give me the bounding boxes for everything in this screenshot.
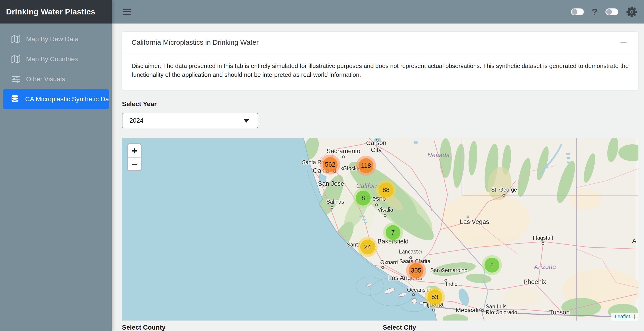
map-label-state-arizona: Arizona <box>534 263 556 270</box>
sidebar-item-other-visuals[interactable]: Other Visuals <box>0 69 112 89</box>
cluster-count: 2 <box>484 258 500 272</box>
map-label-visalia: Visalia <box>378 207 393 213</box>
cluster-count: 88 <box>378 182 394 198</box>
map-label-lancaster: Lancaster <box>399 249 422 255</box>
map-label-salinas: Salinas <box>326 199 344 205</box>
map-city-dot <box>444 279 447 282</box>
leaflet-attribution-link[interactable]: Leaflet <box>615 314 630 319</box>
map-label-san-luis-r-o-colorado: San Luis Río Colorado <box>486 304 517 316</box>
card-title: California Microplastics in Drinking Wat… <box>132 38 259 46</box>
cluster-count: 305 <box>408 263 424 278</box>
toggle-switch-2[interactable] <box>605 8 618 15</box>
map-city-dot <box>542 242 544 245</box>
map-cluster-marker-118[interactable]: 118 <box>356 156 376 176</box>
map-city-dot <box>481 309 484 312</box>
cluster-count: 8 <box>356 191 371 206</box>
map-label-phoenix: Phoenix <box>524 279 546 286</box>
map-label-carson-city: Carson City <box>366 140 386 154</box>
sidebar: Drinking Water Plastics Map By Raw DataM… <box>0 0 112 331</box>
main-content: California Microplastics in Drinking Wat… <box>112 24 644 331</box>
zoom-out-button[interactable]: − <box>128 157 141 170</box>
map-basemap <box>122 138 638 320</box>
map-cluster-marker-8[interactable]: 8 <box>353 188 373 208</box>
map-label-oxnard: Oxnard <box>380 260 398 265</box>
map-city-dot <box>375 204 378 206</box>
map-label-sacramento: Sacramento <box>326 148 360 155</box>
map-zoom-control: + − <box>127 144 142 171</box>
map-cluster-marker-562[interactable]: 562 <box>320 154 340 174</box>
sidebar-item-map-by-countries[interactable]: Map By Countries <box>0 49 112 69</box>
map-attribution: Leaflet | <box>612 312 638 320</box>
map-cluster-marker-7[interactable]: 7 <box>383 222 403 242</box>
info-card: California Microplastics in Drinking Wat… <box>122 32 638 90</box>
map-cluster-marker-2[interactable]: 2 <box>482 255 502 275</box>
map-city-dot <box>384 214 386 217</box>
map-label-indio: Indio <box>446 281 458 287</box>
select-county-label: Select County <box>122 324 166 331</box>
map-icon <box>11 55 21 63</box>
map-label-st-george: St. George <box>491 187 517 193</box>
cluster-count: 53 <box>428 290 442 304</box>
sidebar-item-label: Map By Raw Data <box>26 36 79 43</box>
map-cluster-marker-88[interactable]: 88 <box>376 180 396 200</box>
map-city-dot <box>412 293 415 296</box>
select-city-label: Select City <box>383 324 416 331</box>
map-city-dot <box>342 156 345 158</box>
map-city-dot <box>432 309 435 312</box>
map-label-flagstaff: Flagstaff <box>533 235 553 241</box>
cluster-count: 562 <box>323 157 338 172</box>
sidebar-item-ca-microplastic-synthetic-da[interactable]: CA Microplastic Synthetic Da <box>3 89 109 109</box>
map-label-mexicali: Mexicali <box>456 307 478 314</box>
map-city-dot <box>381 266 384 269</box>
map-city-dot <box>341 167 344 170</box>
year-select-value: 2024 <box>130 117 144 124</box>
map-cluster-marker-53[interactable]: 53 <box>425 287 445 307</box>
help-icon[interactable]: ? <box>592 7 598 16</box>
map-cluster-marker-24[interactable]: 24 <box>358 237 378 257</box>
map-label-las-vegas: Las Vegas <box>460 218 489 226</box>
database-icon <box>10 95 20 104</box>
map-city-dot <box>466 216 470 218</box>
map-label-state-nevada: Nevada <box>428 152 450 159</box>
map-city-dot <box>502 194 505 197</box>
map-city-dot <box>405 260 408 263</box>
map-label-san-jose: San Jose <box>318 180 344 188</box>
toggle-switch-1[interactable] <box>571 8 584 15</box>
select-year-label: Select Year <box>122 100 638 108</box>
map-label-tucson: Tucson <box>549 309 570 316</box>
sidebar-item-label: Map By Countries <box>26 56 78 63</box>
attribution-separator: | <box>634 314 635 319</box>
map-label-a: A <box>632 238 636 245</box>
cluster-count: 24 <box>360 240 375 254</box>
gear-icon[interactable] <box>626 6 637 17</box>
map-city-dot <box>376 139 378 142</box>
year-select[interactable]: 2024 <box>122 113 258 128</box>
map-city-dot <box>441 269 444 272</box>
app-title: Drinking Water Plastics <box>0 0 112 24</box>
map-icon <box>11 35 21 43</box>
sidebar-item-map-by-raw-data[interactable]: Map By Raw Data <box>0 29 112 49</box>
map-city-dot <box>330 206 334 209</box>
card-collapse-button[interactable] <box>618 39 629 45</box>
cluster-count: 118 <box>358 158 374 173</box>
cluster-count: 7 <box>386 225 400 240</box>
map-cluster-marker-305[interactable]: 305 <box>406 260 426 280</box>
zoom-in-button[interactable]: + <box>128 144 141 157</box>
sidebar-item-label: CA Microplastic Synthetic Da <box>25 96 109 103</box>
disclaimer-text: Disclaimer: The data presented in this t… <box>132 62 629 79</box>
sliders-icon <box>11 75 21 83</box>
sidebar-menu: Map By Raw DataMap By CountriesOther Vis… <box>0 24 112 109</box>
chevron-down-icon <box>243 119 249 123</box>
map-label-san-bernardino: San Bernardino <box>430 268 468 273</box>
leaflet-map[interactable]: Carson CitySacramentoSanta RosaOaklandSt… <box>122 138 638 320</box>
sidebar-item-label: Other Visuals <box>26 76 65 83</box>
top-navbar: ? <box>112 0 644 24</box>
minus-icon <box>620 42 626 43</box>
sidebar-toggle-hamburger-icon[interactable] <box>123 8 132 16</box>
